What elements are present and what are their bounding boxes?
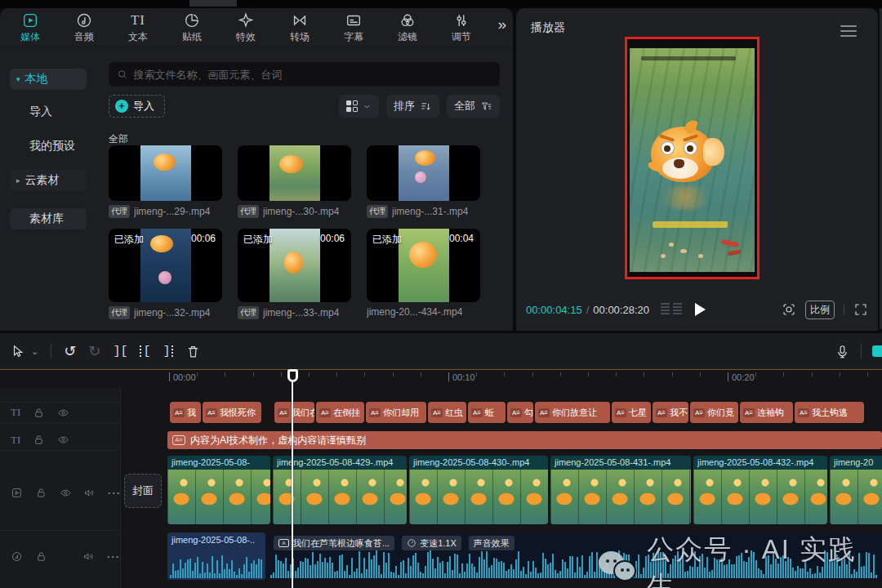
- transition-icon: [291, 11, 309, 29]
- video-thumbnail: [140, 145, 191, 201]
- sidebar-item-cloud[interactable]: ▸ 云素材: [10, 170, 87, 191]
- tab-filter[interactable]: 滤镜: [381, 8, 434, 47]
- text-clip[interactable]: A≡ 我恨死你: [203, 402, 261, 423]
- channel-watermark: 公众号 · AI 实践生: [599, 532, 882, 588]
- video-clip-name: jimeng-20: [830, 456, 882, 470]
- select-cursor-icon[interactable]: [10, 344, 25, 359]
- split-icon[interactable]: ][: [113, 345, 127, 359]
- split-keep-left-icon[interactable]: ]: [163, 345, 173, 359]
- play-button[interactable]: [695, 303, 706, 316]
- video-clip-name: jimeng-2025-05-08-432-.mp4: [693, 456, 827, 470]
- media-card[interactable]: 代理 jimeng-...30-.mp4: [238, 145, 351, 218]
- text-clip-icon: A≡: [743, 408, 755, 417]
- sidebar-item-presets[interactable]: 我的预设: [29, 139, 75, 154]
- sidebar-item-library[interactable]: 素材库: [10, 208, 87, 229]
- sort-button[interactable]: 排序: [386, 95, 439, 118]
- lock-icon[interactable]: [35, 487, 47, 499]
- timeline-toolbar: ⌄ ↺ ↻ ][ [ ]: [0, 333, 882, 370]
- media-card[interactable]: 已添加 00:04 jimeng-20...-434-.mp4: [367, 229, 480, 319]
- media-icon: [21, 11, 39, 29]
- video-clip[interactable]: jimeng-2025-05-08-432-.mp4: [693, 456, 827, 524]
- text-clip[interactable]: A≡ 我们在: [274, 402, 314, 423]
- media-card[interactable]: 代理 jimeng-...29-.mp4: [109, 145, 222, 218]
- more-options-icon[interactable]: ···: [107, 550, 120, 563]
- time-ruler[interactable]: 00:00 00:10 00:20: [0, 371, 882, 387]
- filter-all-button[interactable]: 全部: [447, 95, 500, 118]
- text-clip[interactable]: A≡ 我: [170, 402, 201, 423]
- expand-tabs-button[interactable]: »: [497, 16, 505, 40]
- subtitle-clip-icon: A≡: [172, 435, 185, 445]
- added-badge: 已添加: [243, 233, 273, 247]
- search-bar[interactable]: [109, 62, 500, 87]
- undo-icon[interactable]: ↺: [64, 342, 76, 360]
- tab-sticker[interactable]: 贴纸: [165, 8, 219, 47]
- top-window-fragment: [189, 0, 237, 7]
- speaker-icon[interactable]: [83, 487, 96, 499]
- sidebar-item-local[interactable]: ▾ 本地: [10, 69, 87, 90]
- eye-icon[interactable]: [60, 487, 72, 499]
- media-card[interactable]: 已添加 00:06 代理 jimeng-...33-.mp4: [238, 229, 351, 319]
- tab-text[interactable]: TI 文本: [111, 8, 165, 47]
- eye-icon[interactable]: [57, 434, 69, 446]
- aspect-ratio-button[interactable]: 比例: [805, 301, 835, 319]
- text-clip[interactable]: A≡ 我不: [653, 402, 688, 423]
- video-clip[interactable]: jimeng-2025-05-08-430-.mp4: [409, 456, 548, 524]
- speaker-icon[interactable]: [82, 550, 95, 563]
- text-clip[interactable]: A≡ 你们故意让: [535, 402, 610, 423]
- file-name: jimeng-...30-.mp4: [263, 206, 339, 217]
- video-preview-selected[interactable]: [625, 37, 760, 279]
- tab-media[interactable]: 媒体: [3, 8, 57, 47]
- record-toggle-icon[interactable]: [872, 345, 882, 357]
- text-clip[interactable]: A≡ 连袖钩: [740, 402, 793, 423]
- sidebar-item-import[interactable]: 导入: [29, 105, 52, 119]
- preview-quality-icon[interactable]: [782, 302, 796, 317]
- cover-button[interactable]: 封面: [124, 474, 162, 508]
- duration-label: 00:06: [320, 233, 345, 244]
- view-mode-button[interactable]: [339, 95, 379, 118]
- video-clip[interactable]: jimeng-2025-05-08-431-.mp4: [550, 456, 691, 524]
- microphone-icon[interactable]: [835, 344, 850, 359]
- media-panel: 媒体 音频 TI 文本 贴纸 特效 转场: [0, 8, 513, 331]
- eye-icon[interactable]: [57, 407, 69, 419]
- delete-icon[interactable]: [185, 344, 201, 359]
- chevron-down-icon: ▾: [16, 75, 20, 83]
- video-clip[interactable]: jimeng-20: [830, 456, 882, 524]
- text-clip[interactable]: A≡ 蚯: [468, 402, 506, 423]
- tab-subtitle[interactable]: 字幕: [327, 8, 381, 47]
- more-options-icon[interactable]: ···: [108, 487, 121, 499]
- text-clip[interactable]: A≡ 七星: [612, 402, 651, 423]
- text-clip[interactable]: A≡ 你们竟: [690, 402, 738, 423]
- search-icon: [117, 69, 127, 80]
- tab-audio[interactable]: 音频: [57, 8, 111, 47]
- lock-icon[interactable]: [35, 550, 47, 563]
- audio-clip[interactable]: jimeng-2025-05-08-..: [167, 532, 265, 580]
- import-button[interactable]: + 导入: [109, 95, 165, 118]
- redo-icon[interactable]: ↻: [88, 342, 100, 360]
- video-clip[interactable]: jimeng-2025-05-08-: [167, 456, 270, 524]
- text-clip[interactable]: A≡ 红虫: [428, 402, 466, 423]
- split-keep-right-icon[interactable]: [: [140, 345, 150, 359]
- text-clip[interactable]: A≡ 在倒挂: [316, 402, 364, 423]
- fullscreen-icon[interactable]: [853, 302, 868, 317]
- tab-transition[interactable]: 转场: [273, 8, 327, 47]
- text-clip-icon: A≡: [798, 408, 809, 417]
- subtitle-icon: [345, 11, 363, 29]
- frame-view-icon[interactable]: [661, 303, 682, 316]
- playhead-line[interactable]: [292, 381, 293, 588]
- lock-icon[interactable]: [33, 434, 45, 446]
- text-clip[interactable]: A≡ 勾的: [507, 402, 533, 423]
- text-clip[interactable]: A≡ 我土钩逃: [795, 402, 864, 423]
- video-track-icon: [11, 487, 23, 499]
- proxy-badge: 代理: [238, 205, 259, 218]
- tab-effects[interactable]: 特效: [219, 8, 273, 47]
- lock-icon[interactable]: [33, 407, 45, 419]
- search-input[interactable]: [133, 69, 492, 81]
- text-clip[interactable]: A≡ 你们却用: [366, 402, 426, 423]
- chevron-down-icon[interactable]: ⌄: [31, 346, 38, 357]
- media-card[interactable]: 代理 jimeng-...31-.mp4: [367, 145, 480, 218]
- file-name: jimeng-20...-434-.mp4: [367, 306, 462, 318]
- menu-icon[interactable]: [840, 25, 857, 37]
- media-card[interactable]: 已添加 00:06 代理 jimeng-...32-.mp4: [109, 229, 222, 319]
- tab-adjust[interactable]: 调节: [434, 8, 488, 47]
- ai-notice-clip[interactable]: A≡ 内容为AI技术制作，虚构内容请谨慎甄别: [167, 431, 882, 449]
